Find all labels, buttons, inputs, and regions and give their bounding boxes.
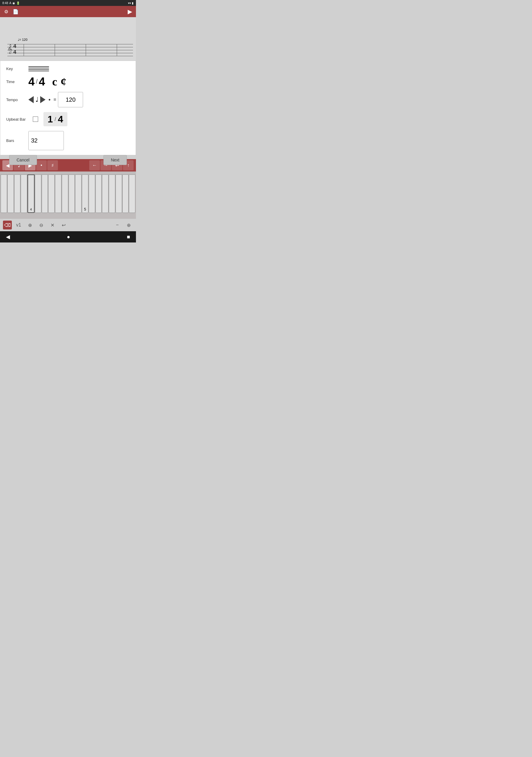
status-left: 8:48 A ◉ 🔋 [2,1,20,5]
tempo-label: Tempo [6,98,28,102]
tempo-decrease-button[interactable] [28,96,34,103]
white-key[interactable] [109,174,115,213]
header-toolbar: ⚙ 📄 ▶ [0,6,136,17]
key-line-3 [28,69,49,70]
tempo-note-icon: ♩ [36,96,39,104]
tempo-marking: ♩= 120 [18,38,133,42]
white-key[interactable] [102,174,108,213]
time-denominator[interactable]: 4 [39,76,45,87]
time-label: Time [6,79,28,84]
undo-icon[interactable]: ↩ [59,221,68,229]
tempo-increase-button[interactable] [40,96,45,103]
add-button[interactable]: ⊕ [124,221,133,229]
home-button[interactable]: ● [67,234,70,240]
app-bottom-toolbar: ⌫ v1 ⊕ ⊖ ✕ ↩ − ⊕ [0,219,136,231]
upbeat-row: Upbeat Bar 1 / 4 [6,112,130,126]
key-line-2 [28,68,49,68]
white-key[interactable] [42,174,48,213]
app-toolbar-left: ⌫ v1 ⊕ ⊖ ✕ ↩ [3,221,68,229]
white-key[interactable] [89,174,95,213]
key-row: Key [6,66,130,71]
zoom-in-button[interactable]: ⊕ [25,221,34,229]
cancel-button[interactable]: Cancel [9,155,37,165]
score-content: ♩= 120 𝄞 44 [3,38,133,57]
white-key[interactable] [116,174,122,213]
white-key[interactable] [35,174,42,213]
upbeat-numerator: 1 [47,114,53,124]
app-toolbar-right: − ⊕ [113,221,133,229]
tempo-equals: = [53,97,56,102]
white-key[interactable] [21,174,27,213]
key-line-1 [28,66,49,67]
tempo-row: Tempo ♩ • = [6,92,130,107]
status-right: ▾▾ ▮ [128,1,133,5]
v1-button[interactable]: v1 [14,221,23,229]
dialog-buttons: Cancel Next [6,155,130,165]
play-button[interactable]: ▶ [127,8,133,15]
system-nav-bar: ◀ ● ■ [0,231,136,242]
white-key[interactable] [55,174,62,213]
next-button[interactable]: Next [103,155,127,165]
octave4-label: 4 [30,208,32,211]
status-bar: 8:48 A ◉ 🔋 ▾▾ ▮ [0,0,136,6]
zoom-out-button[interactable]: ⊖ [37,221,45,229]
upbeat-fraction[interactable]: 1 / 4 [44,112,67,126]
dialog: Key Time 4 / 4 c ¢ Tempo ♩ • = [0,61,136,155]
white-key[interactable] [48,174,55,213]
white-key[interactable] [1,174,7,213]
close-icon[interactable]: ✕ [48,221,57,229]
time-slash: / [36,78,38,85]
octave5-label: 5 [84,207,86,211]
white-key[interactable] [96,174,102,213]
settings-icon[interactable]: ⚙ [3,8,10,15]
white-key[interactable] [14,174,21,213]
status-icon-battery-small: 🔋 [16,1,20,5]
white-key[interactable] [62,174,68,213]
status-time: 8:48 [2,1,8,5]
eraser-button[interactable]: ⌫ [3,221,12,229]
upbeat-fraction-slash: / [55,116,56,122]
file-icon[interactable]: 📄 [13,8,19,15]
upbeat-denominator: 4 [58,114,63,124]
key-label: Key [6,67,28,71]
white-key-c5[interactable]: 5 [82,174,88,213]
key-line-4 [28,71,49,71]
header-left: ⚙ 📄 [3,8,19,15]
upbeat-label: Upbeat Bar [6,117,33,122]
bars-input[interactable] [28,131,64,150]
status-wifi-icon: ▾▾ [128,1,131,5]
status-icon-a: A [9,1,11,5]
status-battery-icon: ▮ [132,1,133,5]
back-button[interactable]: ◀ [6,234,10,240]
white-key[interactable] [69,174,75,213]
tempo-dot: • [48,96,50,103]
upbeat-checkbox[interactable] [33,116,38,122]
minus-button[interactable]: − [113,221,122,229]
status-icon-circle: ◉ [13,1,15,5]
bars-row: Bars [6,131,130,150]
time-cut-symbol[interactable]: ¢ [61,76,66,87]
white-key[interactable] [122,174,129,213]
tempo-input[interactable] [58,92,83,107]
white-key[interactable] [129,174,135,213]
time-row: Time 4 / 4 c ¢ [6,76,130,87]
tempo-controls: ♩ • = [28,92,83,107]
time-symbols: 4 / 4 c ¢ [28,76,66,87]
white-key-c4[interactable]: 4 [27,174,35,213]
white-key[interactable] [7,174,14,213]
white-key[interactable] [75,174,81,213]
recent-button[interactable]: ■ [127,234,130,240]
key-lines-icon[interactable] [28,66,49,71]
time-numerator[interactable]: 4 [28,76,35,87]
time-c-symbol[interactable]: c [52,76,57,87]
bars-label: Bars [6,138,28,143]
